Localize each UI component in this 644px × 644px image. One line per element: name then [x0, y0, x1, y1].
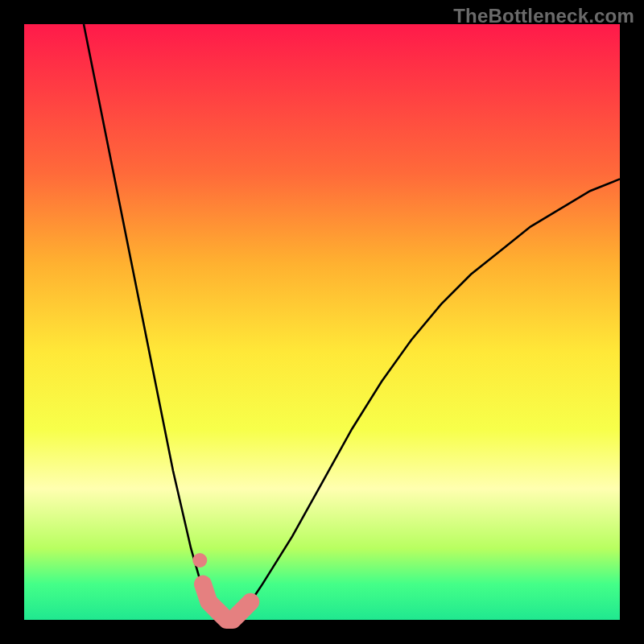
- chart-frame: TheBottleneck.com: [0, 0, 644, 644]
- highlight-band-path: [203, 584, 250, 620]
- bottleneck-curve-path: [84, 24, 620, 620]
- plot-area: [24, 24, 620, 620]
- chart-svg: [24, 24, 620, 620]
- highlight-dot: [192, 553, 207, 568]
